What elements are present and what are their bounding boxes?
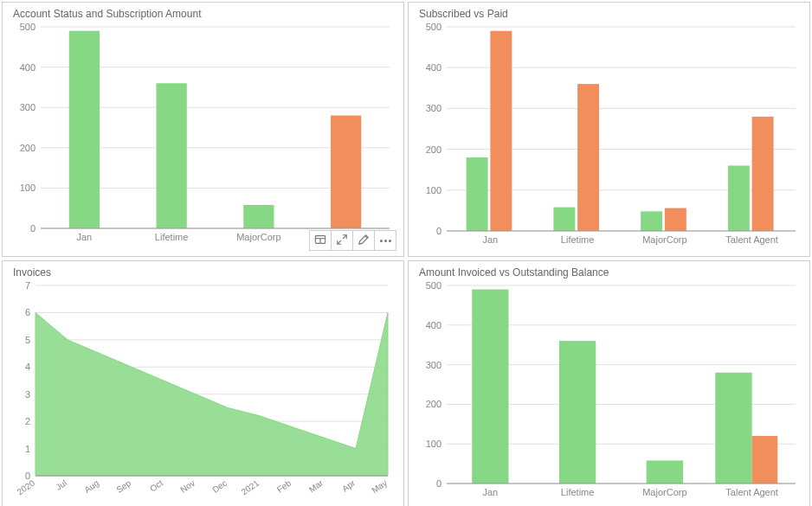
svg-text:MajorCorp: MajorCorp — [236, 232, 280, 242]
panel-account-status: Account Status and Subscription Amount 0… — [2, 2, 404, 257]
svg-text:200: 200 — [426, 399, 441, 409]
panel-title: Subscribed vs Paid — [416, 8, 802, 20]
chart-account-status: 0100200300400500JanLifetimeMajorCorpTale… — [10, 22, 396, 253]
svg-text:6: 6 — [25, 307, 30, 317]
expand-button[interactable] — [331, 230, 353, 251]
svg-text:MajorCorp: MajorCorp — [642, 234, 686, 245]
panel-title: Invoices — [10, 266, 396, 279]
svg-text:100: 100 — [20, 183, 35, 193]
svg-text:300: 300 — [426, 360, 441, 370]
svg-text:Mar: Mar — [307, 477, 325, 494]
svg-text:Jan: Jan — [77, 232, 93, 242]
widget-settings-button[interactable] — [309, 230, 332, 251]
svg-text:400: 400 — [426, 62, 441, 73]
svg-text:Oct: Oct — [148, 478, 164, 494]
panel-title: Amount Invoiced vs Outstanding Balance — [416, 266, 802, 279]
svg-rect-45 — [641, 211, 662, 231]
svg-text:Talent Agent: Talent Agent — [725, 487, 778, 497]
svg-text:7: 7 — [25, 280, 30, 291]
svg-text:300: 300 — [426, 103, 441, 113]
svg-rect-40 — [490, 31, 512, 231]
svg-text:2021: 2021 — [240, 477, 261, 496]
svg-text:400: 400 — [426, 320, 441, 330]
svg-rect-16 — [243, 205, 274, 228]
svg-text:Lifetime: Lifetime — [155, 232, 189, 242]
svg-rect-93 — [472, 290, 508, 484]
svg-text:200: 200 — [426, 144, 441, 155]
svg-text:5: 5 — [25, 335, 30, 345]
panel-subscribed-vs-paid: Subscribed vs Paid 0100200300400500JanLi… — [408, 2, 810, 257]
panel-title: Account Status and Subscription Amount — [10, 8, 396, 20]
panel-invoiced-vs-outstanding: Amount Invoiced vs Outstanding Balance 0… — [408, 260, 810, 506]
svg-rect-48 — [728, 165, 750, 231]
svg-rect-18 — [331, 116, 361, 228]
svg-rect-95 — [559, 341, 596, 484]
more-icon — [380, 240, 391, 242]
svg-text:500: 500 — [426, 280, 441, 291]
chart-subscribed-vs-paid: 0100200300400500JanLifetimeMajorCorpTale… — [416, 22, 802, 253]
svg-text:May: May — [370, 478, 389, 496]
svg-rect-39 — [467, 157, 488, 231]
svg-rect-14 — [156, 83, 186, 228]
more-button[interactable] — [374, 230, 396, 251]
svg-rect-97 — [647, 460, 683, 484]
svg-text:500: 500 — [426, 22, 441, 32]
svg-text:0: 0 — [436, 226, 441, 236]
svg-text:Jan: Jan — [483, 487, 499, 497]
svg-text:Jan: Jan — [483, 234, 499, 245]
svg-text:Lifetime: Lifetime — [561, 234, 595, 245]
pencil-icon — [358, 234, 370, 248]
svg-text:0: 0 — [436, 478, 441, 489]
svg-text:100: 100 — [426, 185, 441, 195]
svg-text:Aug: Aug — [82, 478, 100, 495]
svg-line-25 — [338, 240, 341, 243]
svg-rect-46 — [665, 208, 686, 231]
panel-toolbar — [309, 230, 396, 251]
svg-line-24 — [343, 234, 346, 238]
svg-rect-12 — [69, 31, 100, 228]
svg-text:200: 200 — [20, 143, 35, 153]
svg-text:Apr: Apr — [340, 477, 358, 493]
edit-button[interactable] — [352, 230, 375, 251]
svg-text:3: 3 — [25, 389, 30, 400]
svg-text:Sep: Sep — [114, 477, 132, 494]
svg-text:100: 100 — [426, 439, 441, 449]
svg-text:1: 1 — [25, 444, 30, 454]
svg-text:300: 300 — [20, 102, 35, 112]
panel-invoices: Invoices 012345672020JulAugSepOctNovDec2… — [2, 260, 404, 506]
svg-text:Jul: Jul — [54, 478, 68, 492]
svg-text:Feb: Feb — [275, 477, 293, 494]
svg-rect-100 — [752, 436, 778, 484]
card-icon — [314, 234, 326, 248]
chart-invoices: 012345672020JulAugSepOctNovDec2021FebMar… — [10, 280, 396, 505]
svg-text:2: 2 — [25, 416, 30, 426]
svg-text:400: 400 — [20, 62, 35, 73]
svg-text:Talent Agent: Talent Agent — [725, 234, 778, 245]
chart-invoiced-vs-outstanding: 0100200300400500JanLifetimeMajorCorpTale… — [416, 280, 802, 505]
svg-rect-99 — [715, 373, 751, 484]
svg-rect-43 — [577, 84, 599, 231]
svg-text:0: 0 — [30, 223, 35, 234]
svg-text:Dec: Dec — [210, 478, 229, 495]
svg-rect-42 — [553, 208, 575, 231]
svg-text:4: 4 — [25, 362, 30, 372]
svg-text:2020: 2020 — [16, 477, 37, 496]
svg-text:Lifetime: Lifetime — [561, 487, 595, 497]
svg-text:MajorCorp: MajorCorp — [642, 487, 686, 497]
svg-rect-49 — [752, 117, 774, 231]
svg-text:500: 500 — [20, 22, 35, 32]
svg-text:Nov: Nov — [178, 478, 197, 495]
expand-icon — [336, 234, 348, 248]
